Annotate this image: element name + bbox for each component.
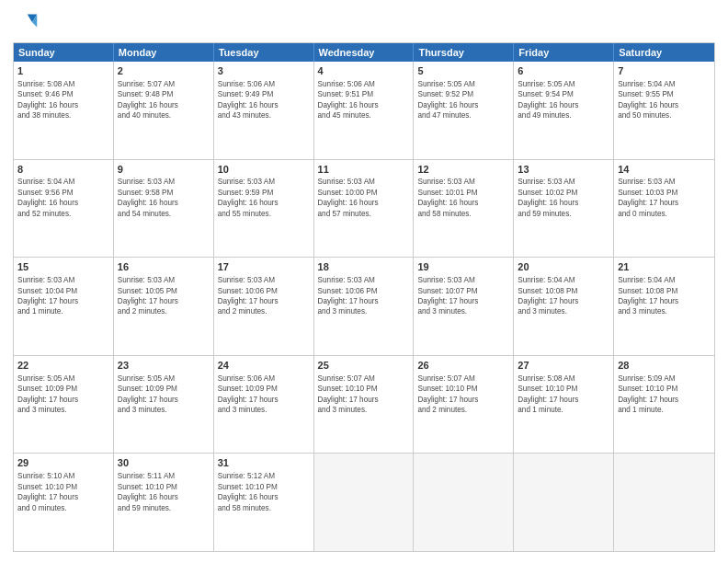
cell-text: Sunrise: 5:03 AMSunset: 10:03 PMDaylight… — [618, 177, 711, 219]
calendar-body: 1Sunrise: 5:08 AMSunset: 9:46 PMDaylight… — [14, 62, 714, 551]
day-number: 1 — [17, 64, 109, 78]
calendar-cell: 12Sunrise: 5:03 AMSunset: 10:01 PMDaylig… — [414, 160, 514, 258]
calendar-cell: 5Sunrise: 5:05 AMSunset: 9:52 PMDaylight… — [414, 62, 514, 159]
cell-text: Sunrise: 5:03 AMSunset: 10:07 PMDaylight… — [417, 275, 509, 317]
day-number: 30 — [118, 456, 210, 470]
day-number: 25 — [318, 359, 410, 373]
calendar-cell: 10Sunrise: 5:03 AMSunset: 9:59 PMDayligh… — [214, 160, 314, 258]
calendar-cell: 4Sunrise: 5:06 AMSunset: 9:51 PMDaylight… — [314, 62, 415, 159]
day-number: 3 — [218, 64, 310, 78]
logo-icon — [13, 11, 39, 37]
header-day-sunday: Sunday — [14, 43, 114, 62]
cell-text: Sunrise: 5:03 AMSunset: 10:02 PMDaylight… — [518, 177, 609, 219]
calendar-cell: 17Sunrise: 5:03 AMSunset: 10:06 PMDaylig… — [214, 258, 314, 355]
header-day-friday: Friday — [514, 43, 614, 62]
calendar-cell — [314, 454, 415, 551]
calendar-row-0: 1Sunrise: 5:08 AMSunset: 9:46 PMDaylight… — [14, 62, 714, 159]
cell-text: Sunrise: 5:03 AMSunset: 9:58 PMDaylight:… — [118, 177, 210, 219]
cell-text: Sunrise: 5:03 AMSunset: 9:59 PMDaylight:… — [218, 177, 310, 219]
day-number: 16 — [118, 260, 210, 274]
day-number: 7 — [618, 64, 711, 78]
cell-text: Sunrise: 5:05 AMSunset: 9:54 PMDaylight:… — [518, 79, 609, 121]
calendar-cell: 26Sunrise: 5:07 AMSunset: 10:10 PMDaylig… — [414, 356, 514, 454]
header-day-thursday: Thursday — [414, 43, 514, 62]
calendar: SundayMondayTuesdayWednesdayThursdayFrid… — [13, 42, 715, 552]
calendar-cell: 9Sunrise: 5:03 AMSunset: 9:58 PMDaylight… — [114, 160, 214, 258]
calendar-cell: 20Sunrise: 5:04 AMSunset: 10:08 PMDaylig… — [514, 258, 614, 355]
header-day-saturday: Saturday — [614, 43, 714, 62]
day-number: 15 — [17, 260, 109, 274]
calendar-cell — [414, 454, 514, 551]
cell-text: Sunrise: 5:04 AMSunset: 10:08 PMDaylight… — [618, 275, 711, 317]
calendar-row-4: 29Sunrise: 5:10 AMSunset: 10:10 PMDaylig… — [14, 453, 714, 551]
calendar-row-1: 8Sunrise: 5:04 AMSunset: 9:56 PMDaylight… — [14, 159, 714, 258]
day-number: 24 — [218, 359, 310, 373]
calendar-cell: 23Sunrise: 5:05 AMSunset: 10:09 PMDaylig… — [114, 356, 214, 454]
cell-text: Sunrise: 5:04 AMSunset: 9:55 PMDaylight:… — [618, 79, 711, 121]
cell-text: Sunrise: 5:03 AMSunset: 10:00 PMDaylight… — [318, 177, 410, 219]
calendar-cell: 30Sunrise: 5:11 AMSunset: 10:10 PMDaylig… — [114, 454, 214, 551]
day-number: 23 — [118, 359, 210, 373]
calendar-row-2: 15Sunrise: 5:03 AMSunset: 10:04 PMDaylig… — [14, 257, 714, 355]
day-number: 6 — [518, 64, 609, 78]
header-day-wednesday: Wednesday — [314, 43, 415, 62]
calendar-cell: 21Sunrise: 5:04 AMSunset: 10:08 PMDaylig… — [614, 258, 714, 355]
calendar-cell: 28Sunrise: 5:09 AMSunset: 10:10 PMDaylig… — [614, 356, 714, 454]
header-day-monday: Monday — [114, 43, 214, 62]
calendar-cell: 6Sunrise: 5:05 AMSunset: 9:54 PMDaylight… — [514, 62, 614, 159]
calendar-cell: 2Sunrise: 5:07 AMSunset: 9:48 PMDaylight… — [114, 62, 214, 159]
logo — [13, 11, 42, 37]
cell-text: Sunrise: 5:08 AMSunset: 9:46 PMDaylight:… — [17, 79, 109, 121]
day-number: 14 — [618, 163, 711, 177]
cell-text: Sunrise: 5:03 AMSunset: 10:05 PMDaylight… — [118, 275, 210, 317]
calendar-cell — [514, 454, 614, 551]
day-number: 8 — [17, 163, 109, 177]
calendar-cell: 29Sunrise: 5:10 AMSunset: 10:10 PMDaylig… — [14, 454, 114, 551]
cell-text: Sunrise: 5:10 AMSunset: 10:10 PMDaylight… — [17, 471, 109, 513]
calendar-cell: 19Sunrise: 5:03 AMSunset: 10:07 PMDaylig… — [414, 258, 514, 355]
calendar-cell: 8Sunrise: 5:04 AMSunset: 9:56 PMDaylight… — [14, 160, 114, 258]
calendar-cell: 14Sunrise: 5:03 AMSunset: 10:03 PMDaylig… — [614, 160, 714, 258]
cell-text: Sunrise: 5:07 AMSunset: 9:48 PMDaylight:… — [118, 79, 210, 121]
day-number: 22 — [17, 359, 109, 373]
calendar-cell: 3Sunrise: 5:06 AMSunset: 9:49 PMDaylight… — [214, 62, 314, 159]
day-number: 5 — [417, 64, 509, 78]
cell-text: Sunrise: 5:03 AMSunset: 10:01 PMDaylight… — [417, 177, 509, 219]
day-number: 21 — [618, 260, 711, 274]
calendar-row-3: 22Sunrise: 5:05 AMSunset: 10:09 PMDaylig… — [14, 355, 714, 454]
day-number: 19 — [417, 260, 509, 274]
day-number: 18 — [318, 260, 410, 274]
day-number: 27 — [518, 359, 609, 373]
day-number: 13 — [518, 163, 609, 177]
cell-text: Sunrise: 5:05 AMSunset: 9:52 PMDaylight:… — [417, 79, 509, 121]
calendar-cell: 11Sunrise: 5:03 AMSunset: 10:00 PMDaylig… — [314, 160, 415, 258]
calendar-cell: 15Sunrise: 5:03 AMSunset: 10:04 PMDaylig… — [14, 258, 114, 355]
day-number: 11 — [318, 163, 410, 177]
calendar-cell: 27Sunrise: 5:08 AMSunset: 10:10 PMDaylig… — [514, 356, 614, 454]
cell-text: Sunrise: 5:09 AMSunset: 10:10 PMDaylight… — [618, 373, 711, 416]
day-number: 31 — [218, 456, 310, 470]
calendar-cell: 31Sunrise: 5:12 AMSunset: 10:10 PMDaylig… — [214, 454, 314, 551]
cell-text: Sunrise: 5:11 AMSunset: 10:10 PMDaylight… — [118, 471, 210, 513]
day-number: 29 — [17, 456, 109, 470]
cell-text: Sunrise: 5:06 AMSunset: 9:51 PMDaylight:… — [318, 79, 410, 121]
calendar-cell: 16Sunrise: 5:03 AMSunset: 10:05 PMDaylig… — [114, 258, 214, 355]
header — [13, 11, 715, 37]
calendar-cell: 24Sunrise: 5:06 AMSunset: 10:09 PMDaylig… — [214, 356, 314, 454]
day-number: 9 — [118, 163, 210, 177]
cell-text: Sunrise: 5:04 AMSunset: 9:56 PMDaylight:… — [17, 177, 109, 219]
cell-text: Sunrise: 5:03 AMSunset: 10:04 PMDaylight… — [17, 275, 109, 317]
calendar-cell: 22Sunrise: 5:05 AMSunset: 10:09 PMDaylig… — [14, 356, 114, 454]
day-number: 28 — [618, 359, 711, 373]
day-number: 2 — [118, 64, 210, 78]
calendar-cell: 18Sunrise: 5:03 AMSunset: 10:06 PMDaylig… — [314, 258, 415, 355]
cell-text: Sunrise: 5:05 AMSunset: 10:09 PMDaylight… — [17, 373, 109, 416]
day-number: 17 — [218, 260, 310, 274]
day-number: 20 — [518, 260, 609, 274]
page: SundayMondayTuesdayWednesdayThursdayFrid… — [0, 0, 728, 563]
cell-text: Sunrise: 5:03 AMSunset: 10:06 PMDaylight… — [318, 275, 410, 317]
calendar-cell: 13Sunrise: 5:03 AMSunset: 10:02 PMDaylig… — [514, 160, 614, 258]
cell-text: Sunrise: 5:05 AMSunset: 10:09 PMDaylight… — [118, 373, 210, 416]
calendar-cell: 25Sunrise: 5:07 AMSunset: 10:10 PMDaylig… — [314, 356, 415, 454]
calendar-header: SundayMondayTuesdayWednesdayThursdayFrid… — [14, 43, 714, 62]
